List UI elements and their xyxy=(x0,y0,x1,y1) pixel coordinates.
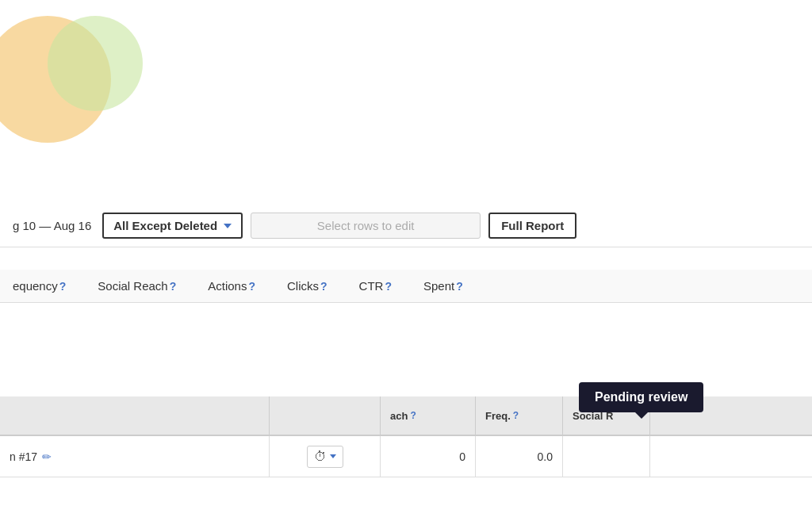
table-header-row: Pending review ach ? Freq. ? Social R xyxy=(0,396,812,436)
filter-dropdown[interactable]: All Except Deleted xyxy=(102,213,243,239)
col-clicks-help[interactable]: ? xyxy=(320,280,327,293)
col-ctr: CTR ? xyxy=(359,279,392,293)
th-reach: ach ? xyxy=(381,396,476,435)
col-ctr-label: CTR xyxy=(359,279,384,293)
th-freq-help[interactable]: ? xyxy=(513,410,519,421)
col-actions: Actions ? xyxy=(208,279,255,293)
col-actions-label: Actions xyxy=(208,279,247,293)
select-rows-button[interactable]: Select rows to edit xyxy=(251,213,481,239)
col-clicks-label: Clicks xyxy=(287,279,319,293)
pending-review-tooltip: Pending review xyxy=(579,382,703,412)
full-report-button[interactable]: Full Report xyxy=(488,213,576,239)
row-name: n #17 xyxy=(10,450,37,463)
col-frequency-label: equency xyxy=(13,279,58,293)
table-section: Pending review ach ? Freq. ? Social R n … xyxy=(0,396,812,521)
column-headers-row: equency ? Social Reach ? Actions ? Click… xyxy=(0,270,812,303)
freq-value: 0.0 xyxy=(538,450,553,463)
edit-icon[interactable]: ✏ xyxy=(42,450,52,463)
col-social-reach-help[interactable]: ? xyxy=(170,280,177,293)
status-dropdown-arrow-icon xyxy=(330,454,336,458)
th-freq-label: Freq. xyxy=(485,410,511,422)
toolbar-row: g 10 — Aug 16 All Except Deleted Select … xyxy=(0,205,812,247)
col-frequency: equency ? xyxy=(13,279,66,293)
td-status: ⏱ xyxy=(270,436,381,477)
background-circles xyxy=(0,0,159,159)
col-social-reach: Social Reach ? xyxy=(98,279,176,293)
th-freq: Freq. ? xyxy=(476,396,563,435)
col-clicks: Clicks ? xyxy=(287,279,327,293)
td-social-r xyxy=(563,436,650,477)
col-actions-help[interactable]: ? xyxy=(248,280,255,293)
table-row: n #17 ✏ ⏱ 0 0.0 xyxy=(0,436,812,477)
col-frequency-help[interactable]: ? xyxy=(59,280,67,293)
status-dropdown-button[interactable]: ⏱ xyxy=(307,446,343,468)
col-spent-label: Spent xyxy=(423,279,454,293)
td-name: n #17 ✏ xyxy=(0,436,270,477)
date-range: g 10 — Aug 16 xyxy=(13,219,91,232)
col-spent: Spent ? xyxy=(423,279,463,293)
th-status: Pending review xyxy=(270,396,381,435)
td-freq: 0.0 xyxy=(476,436,563,477)
th-name xyxy=(0,396,270,435)
svg-point-1 xyxy=(48,16,143,111)
clock-icon: ⏱ xyxy=(314,450,327,464)
col-spent-help[interactable]: ? xyxy=(456,280,463,293)
col-social-reach-label: Social Reach xyxy=(98,279,167,293)
th-reach-label: ach xyxy=(390,410,408,422)
filter-label: All Except Deleted xyxy=(113,219,217,232)
th-reach-help[interactable]: ? xyxy=(410,410,416,421)
col-ctr-help[interactable]: ? xyxy=(385,280,392,293)
dropdown-arrow-icon xyxy=(224,224,232,228)
reach-value: 0 xyxy=(459,450,465,463)
td-reach: 0 xyxy=(381,436,476,477)
